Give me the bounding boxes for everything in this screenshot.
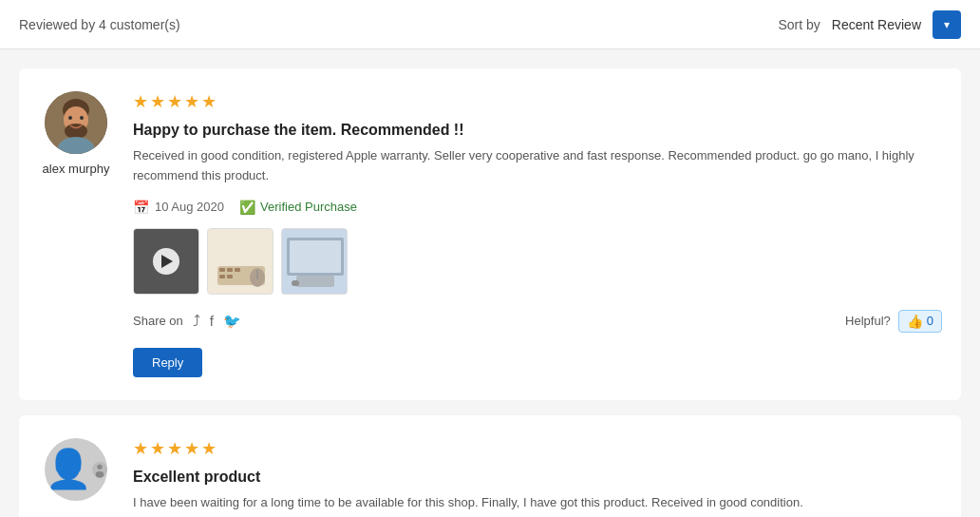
sort-dropdown-button[interactable]: ▾	[933, 10, 961, 39]
star-2: ★	[150, 438, 165, 459]
svg-rect-9	[219, 268, 225, 272]
svg-point-22	[97, 464, 102, 469]
star-1: ★	[133, 438, 148, 459]
reviewer-info-2	[38, 438, 114, 517]
svg-point-6	[80, 116, 84, 120]
svg-rect-11	[235, 268, 240, 272]
share-section: Share on ⤴ f 🐦	[133, 313, 241, 330]
avatar-image	[45, 91, 107, 154]
reply-button[interactable]: Reply	[133, 348, 202, 377]
svg-rect-13	[227, 275, 233, 278]
facebook-icon[interactable]: f	[210, 313, 214, 329]
sort-section: Sort by Recent Review ▾	[778, 10, 961, 39]
helpful-section: Helpful? 👍 0	[845, 310, 942, 333]
review-title-2: Excellent product	[133, 469, 942, 486]
header-bar: Reviewed by 4 customer(s) Sort by Recent…	[0, 0, 980, 49]
svg-rect-20	[292, 280, 299, 286]
helpful-button[interactable]: 👍 0	[898, 310, 942, 333]
review-date: 📅 10 Aug 2020	[133, 200, 224, 215]
svg-point-3	[65, 124, 87, 139]
calendar-icon: 📅	[133, 200, 149, 215]
review-title: Happy to purchase the item. Recommended …	[133, 122, 942, 139]
reviewer-info: alex murphy	[38, 91, 114, 377]
review-text: Received in good condition, registered A…	[133, 146, 942, 186]
review-card-2: ★ ★ ★ ★ ★ Excellent product I have been …	[19, 415, 961, 517]
video-thumbnail	[134, 229, 198, 294]
review-image-video[interactable]	[133, 228, 199, 295]
svg-rect-12	[219, 275, 225, 278]
review-images	[133, 228, 942, 295]
review-body: ★ ★ ★ ★ ★ Happy to purchase the item. Re…	[133, 91, 942, 377]
reply-section: Reply	[133, 348, 942, 377]
avatar-placeholder	[45, 438, 107, 501]
sort-value: Recent Review	[832, 17, 921, 32]
review-meta: 📅 10 Aug 2020 ✅ Verified Purchase	[133, 200, 942, 215]
svg-point-23	[96, 471, 104, 478]
star-5: ★	[201, 91, 217, 112]
verified-check-icon: ✅	[239, 200, 255, 215]
review-image-2[interactable]	[281, 228, 348, 295]
avatar	[45, 91, 107, 154]
star-5: ★	[201, 438, 217, 459]
share-label: Share on	[133, 314, 183, 328]
verified-label: Verified Purchase	[260, 200, 357, 214]
date-text: 10 Aug 2020	[155, 200, 224, 214]
star-1: ★	[133, 91, 148, 112]
review-body-2: ★ ★ ★ ★ ★ Excellent product I have been …	[133, 438, 942, 517]
review-card: alex murphy ★ ★ ★ ★ ★ Happy to purchase …	[19, 68, 961, 400]
review-text-2: I have been waiting for a long time to b…	[133, 493, 942, 513]
star-4: ★	[184, 91, 199, 112]
play-triangle	[161, 255, 173, 268]
avatar-2	[45, 438, 107, 501]
star-rating-2: ★ ★ ★ ★ ★	[133, 438, 942, 459]
reviewer-name: alex murphy	[43, 162, 110, 176]
sort-by-label: Sort by	[778, 17, 820, 32]
star-3: ★	[167, 91, 182, 112]
svg-point-5	[68, 116, 72, 120]
play-icon	[153, 248, 179, 275]
star-rating: ★ ★ ★ ★ ★	[133, 91, 942, 112]
star-3: ★	[167, 438, 182, 459]
star-2: ★	[150, 91, 165, 112]
verified-badge: ✅ Verified Purchase	[239, 200, 357, 215]
review-actions: Share on ⤴ f 🐦 Helpful? 👍 0	[133, 310, 942, 333]
helpful-label: Helpful?	[845, 314, 891, 328]
twitter-icon[interactable]: 🐦	[223, 313, 241, 330]
svg-rect-18	[290, 240, 341, 273]
review-image-1[interactable]	[207, 228, 273, 295]
svg-rect-19	[296, 276, 334, 287]
thumbs-up-icon: 👍	[907, 314, 923, 329]
reviewed-by-text: Reviewed by 4 customer(s)	[19, 17, 180, 32]
reviews-content: alex murphy ★ ★ ★ ★ ★ Happy to purchase …	[0, 49, 980, 517]
star-4: ★	[184, 438, 199, 459]
helpful-count: 0	[927, 314, 933, 328]
share-icon[interactable]: ⤴	[193, 313, 200, 330]
svg-rect-10	[227, 268, 233, 272]
